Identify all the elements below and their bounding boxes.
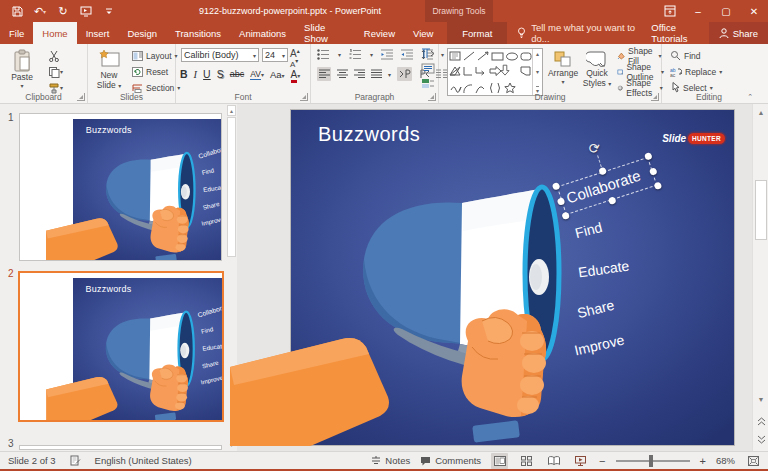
buzzword-find: Find [200,325,214,335]
italic-button[interactable]: I [194,69,198,80]
slide-title: Buzzwords [86,284,132,294]
normal-view-button[interactable] [491,453,508,469]
quick-styles-button[interactable]: Quick Styles ▾ [581,46,613,89]
shrink-font-icon[interactable]: A▾ [290,57,298,69]
comments-button[interactable]: Comments [420,455,481,466]
zoom-level[interactable]: 68% [716,455,735,466]
slide-editor-area: Buzzwords Slide HUNTER Collaborate ⟳ [237,104,768,451]
convert-to-smartart-button[interactable] [421,78,435,89]
slide-show-button[interactable] [572,453,589,469]
slide-thumbnail-1[interactable]: Buzzwords Slide HUNTER Collaborate Find … [19,113,222,261]
logo-slide-text: Slide [662,133,686,144]
font-label: Font [176,92,310,102]
shapes-gallery[interactable]: ▴▾▾ [447,48,543,96]
minimize-button[interactable]: – [684,0,712,22]
logo-hunter-badge: HUNTER [688,133,725,144]
tab-view[interactable]: View [404,22,442,44]
megaphone-graphic [46,278,224,422]
underline-button[interactable]: U [203,68,211,80]
gallery-down-icon: ▾ [536,68,539,75]
zoom-out-button[interactable]: − [599,455,605,467]
new-slide-button[interactable]: New Slide ▾ [90,46,128,91]
slidehunter-logo: Slide HUNTER [662,133,725,144]
tab-design[interactable]: Design [118,22,166,44]
undo-icon[interactable]: ↶▾ [33,4,47,18]
bold-button[interactable]: B [180,68,188,80]
character-spacing-button[interactable]: AV▾ [250,69,264,79]
paragraph-dialog-launcher[interactable] [428,93,436,101]
change-case-button[interactable]: Aa▾ [270,69,285,80]
gallery-up-icon: ▴ [536,50,539,57]
fit-slide-to-window-button[interactable] [745,453,762,469]
shapes-gallery-scrollbar[interactable]: ▴▾▾ [532,49,542,95]
share-button[interactable]: Share [709,22,768,44]
strikethrough-button[interactable]: abc [230,69,245,79]
scroll-up-icon: ▲ [753,105,768,119]
find-button[interactable]: Find [670,48,701,63]
slide-background [73,278,224,422]
text-direction-button[interactable] [421,48,435,59]
start-from-beginning-icon[interactable] [79,4,93,18]
slide-thumbnail-3[interactable]: Buzzwords Slide HUNTER Collaborate Find … [19,445,222,450]
text-direction-ltr-icon[interactable] [397,67,412,81]
arrange-button[interactable]: Arrange▾ [547,46,579,86]
zoom-slider-thumb[interactable] [649,455,653,467]
decrease-indent-icon[interactable] [381,49,393,60]
align-text-button[interactable] [421,63,435,74]
close-button[interactable]: ✕ [740,0,768,22]
collapse-ribbon-icon[interactable]: ⌃ [747,93,753,101]
paste-button[interactable]: Paste▾ [6,46,38,90]
align-right-icon[interactable] [354,69,365,79]
slide-thumbnail-2[interactable]: Buzzwords Slide HUNTER Collaborate Find … [18,271,224,422]
clipboard-dialog-launcher[interactable] [77,93,85,101]
office-tutorials-link[interactable]: Office Tutorials [639,22,708,44]
font-name-combo[interactable]: Calibri (Body)▾ [181,48,259,62]
tab-review[interactable]: Review [355,22,404,44]
increase-indent-icon[interactable] [401,49,413,60]
slide-canvas[interactable]: Buzzwords Slide HUNTER Collaborate ⟳ [290,109,735,446]
megaphone-graphic[interactable] [230,109,735,446]
redo-icon[interactable]: ↻ [56,4,70,18]
notes-button[interactable]: Notes [371,455,410,466]
zoom-slider[interactable] [616,460,690,462]
person-icon [719,28,729,39]
bullets-icon[interactable] [317,49,330,60]
slide-title[interactable]: Buzzwords [318,123,420,146]
replace-button[interactable]: abac Replace▾ [670,64,722,79]
font-dialog-launcher[interactable] [300,93,308,101]
slide-canvas[interactable]: Buzzwords Slide HUNTER Collaborate Find … [73,278,224,422]
save-icon[interactable] [10,4,24,18]
language-indicator[interactable]: English (United States) [95,455,192,466]
cut-icon[interactable] [46,48,61,63]
text-shadow-button[interactable]: S [217,68,224,80]
tab-slide-show[interactable]: Slide Show [295,22,355,44]
drawing-dialog-launcher[interactable] [651,93,659,101]
justify-icon[interactable] [371,69,382,79]
tab-transitions[interactable]: Transitions [166,22,230,44]
tab-home[interactable]: Home [33,22,76,44]
ribbon-display-options-icon[interactable] [656,0,684,22]
maximize-button[interactable]: ▢ [712,0,740,22]
thumbnail-number-1: 1 [8,112,14,123]
copy-icon[interactable] [46,64,61,79]
numbering-icon[interactable] [349,49,362,60]
zoom-in-button[interactable]: + [700,455,706,467]
reset-button[interactable]: Reset [132,64,168,79]
tab-format[interactable]: Format [447,22,507,44]
tab-animations[interactable]: Animations [230,22,295,44]
slide-sorter-view-button[interactable] [518,453,535,469]
spell-check-icon[interactable] [70,455,81,466]
font-color-button[interactable]: A▾ [291,69,301,80]
slide-counter[interactable]: Slide 2 of 3 [8,455,56,466]
slide-canvas[interactable]: Buzzwords Slide HUNTER Collaborate Find … [73,119,222,261]
align-center-icon[interactable] [337,69,348,79]
tab-file[interactable]: File [0,22,33,44]
editor-scrollbar[interactable]: ▲ ▼ [752,104,768,451]
font-size-combo[interactable]: 24▾ [262,48,288,62]
layout-button[interactable]: Layout▾ [132,48,178,63]
tab-insert[interactable]: Insert [77,22,119,44]
reading-view-button[interactable] [545,453,562,469]
align-left-icon[interactable] [317,67,331,81]
tell-me-box[interactable]: Tell me what you want to do... [517,22,639,44]
customize-qat-icon[interactable] [102,4,116,18]
